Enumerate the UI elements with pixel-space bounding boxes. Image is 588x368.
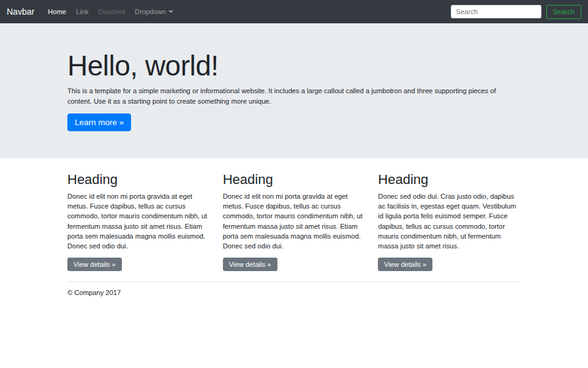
content-columns: Heading Donec id elit non mi porta gravi…	[67, 172, 521, 271]
search-button[interactable]: Search	[546, 5, 581, 19]
nav-dropdown-toggle[interactable]: Dropdown	[130, 4, 178, 19]
column-body: Donec id elit non mi porta gravida at eg…	[223, 191, 366, 251]
column-body: Donec sed odio dui. Cras justo odio, dap…	[378, 191, 521, 251]
view-details-button-2[interactable]: View details »	[223, 258, 277, 271]
jumbotron: Hello, world! This is a template for a s…	[0, 23, 588, 158]
column-heading: Heading	[223, 172, 366, 188]
jumbotron-description: This is a template for a simple marketin…	[67, 86, 521, 107]
navbar-brand[interactable]: Navbar	[7, 7, 34, 17]
column-heading: Heading	[378, 172, 521, 188]
view-details-button-3[interactable]: View details »	[378, 258, 432, 271]
column-heading: Heading	[67, 172, 210, 188]
content-column-1: Heading Donec id elit non mi porta gravi…	[67, 172, 210, 271]
page-title: Hello, world!	[67, 49, 521, 83]
copyright-text: © Company 2017	[67, 289, 521, 296]
main-content: Hello, world! This is a template for a s…	[0, 23, 588, 296]
nav-dropdown-label: Dropdown	[135, 8, 166, 15]
content-column-3: Heading Donec sed odio dui. Cras justo o…	[378, 172, 521, 271]
nav-link-link[interactable]: Link	[71, 4, 94, 19]
caret-down-icon	[168, 10, 173, 13]
navbar-nav: Home Link Disabled Dropdown	[43, 4, 178, 19]
content-column-2: Heading Donec id elit non mi porta gravi…	[223, 172, 366, 271]
search-input[interactable]	[451, 5, 541, 18]
navbar-search-form: Search	[451, 5, 581, 19]
nav-link-home[interactable]: Home	[43, 4, 71, 19]
nav-link-disabled: Disabled	[94, 4, 130, 19]
navbar: Navbar Home Link Disabled Dropdown Searc…	[0, 0, 588, 23]
footer-divider	[67, 282, 521, 282]
view-details-button-1[interactable]: View details »	[67, 258, 122, 271]
learn-more-button[interactable]: Learn more »	[67, 113, 131, 131]
footer: © Company 2017	[67, 289, 521, 296]
navbar-left-group: Navbar Home Link Disabled Dropdown	[7, 4, 178, 19]
column-body: Donec id elit non mi porta gravida at eg…	[67, 191, 210, 251]
